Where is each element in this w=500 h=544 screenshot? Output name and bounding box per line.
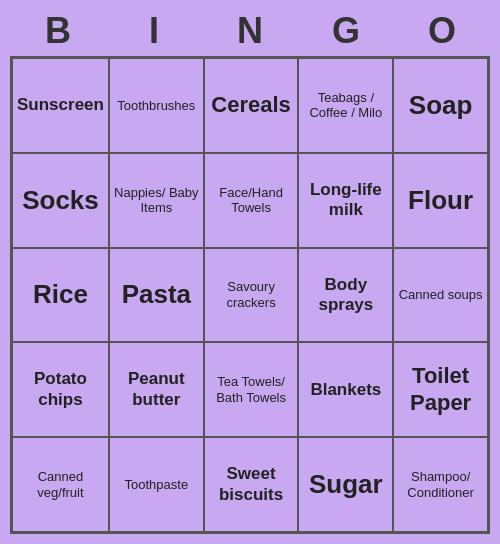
header-letter-B: B	[10, 10, 106, 52]
cell-r0-c1: Toothbrushes	[109, 58, 204, 153]
cell-r3-c2: Tea Towels/ Bath Towels	[204, 342, 299, 437]
bingo-grid: SunscreenToothbrushesCerealsTeabags / Co…	[10, 56, 490, 534]
cell-r4-c1: Toothpaste	[109, 437, 204, 532]
cell-r0-c2: Cereals	[204, 58, 299, 153]
cell-r0-c0: Sunscreen	[12, 58, 109, 153]
cell-r3-c4: Toilet Paper	[393, 342, 488, 437]
cell-r4-c3: Sugar	[298, 437, 393, 532]
bingo-header: BINGO	[10, 10, 490, 52]
cell-r3-c3: Blankets	[298, 342, 393, 437]
cell-r2-c1: Pasta	[109, 248, 204, 343]
cell-r0-c4: Soap	[393, 58, 488, 153]
cell-r1-c3: Long-life milk	[298, 153, 393, 248]
cell-r4-c2: Sweet biscuits	[204, 437, 299, 532]
cell-r1-c1: Nappies/ Baby Items	[109, 153, 204, 248]
cell-r4-c4: Shampoo/ Conditioner	[393, 437, 488, 532]
cell-r3-c0: Potato chips	[12, 342, 109, 437]
cell-r3-c1: Peanut butter	[109, 342, 204, 437]
cell-r4-c0: Canned veg/fruit	[12, 437, 109, 532]
header-letter-G: G	[298, 10, 394, 52]
cell-r2-c4: Canned soups	[393, 248, 488, 343]
header-letter-O: O	[394, 10, 490, 52]
header-letter-I: I	[106, 10, 202, 52]
header-letter-N: N	[202, 10, 298, 52]
cell-r1-c4: Flour	[393, 153, 488, 248]
cell-r1-c0: Socks	[12, 153, 109, 248]
cell-r2-c2: Savoury crackers	[204, 248, 299, 343]
cell-r0-c3: Teabags / Coffee / Milo	[298, 58, 393, 153]
cell-r2-c3: Body sprays	[298, 248, 393, 343]
cell-r1-c2: Face/Hand Towels	[204, 153, 299, 248]
cell-r2-c0: Rice	[12, 248, 109, 343]
